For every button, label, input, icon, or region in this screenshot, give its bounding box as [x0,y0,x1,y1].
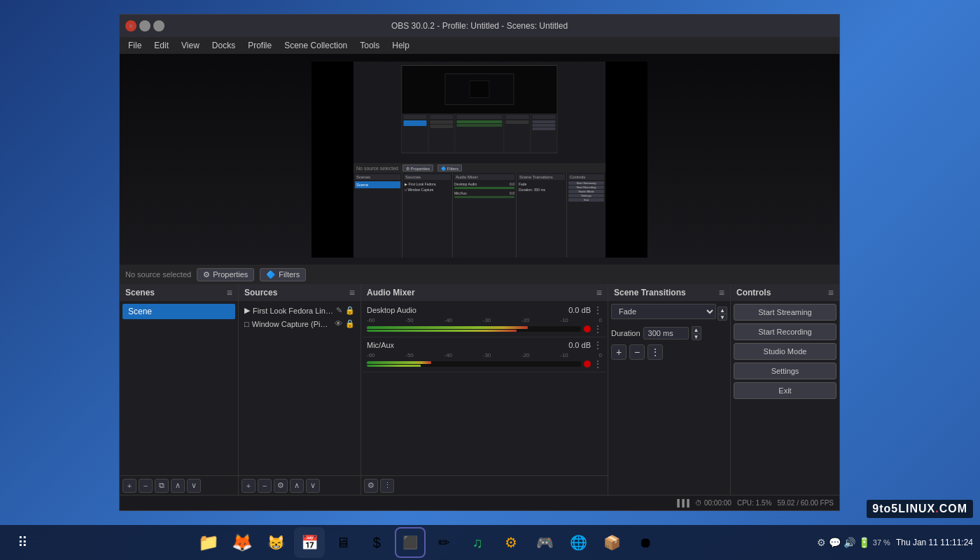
menu-edit[interactable]: Edit [148,39,174,52]
remove-source-button[interactable]: − [258,479,272,493]
transition-settings-button[interactable]: ⋮ [648,344,663,360]
window-controls: × □ — [125,20,164,31]
start-streaming-button[interactable]: Start Streaming [734,304,836,321]
mic-aux-label: Mic/Aux [367,341,394,349]
transition-spin-up[interactable]: ▲ [718,307,727,314]
transition-type-select[interactable]: Fade Cut Swipe Slide [611,304,716,319]
duration-spinbox: ▲ ▼ [692,326,701,340]
studio-mode-button[interactable]: Studio Mode [734,343,836,360]
taskbar-sys-icons: ⚙ 💬 🔊 🔋 37 % [817,537,890,548]
duration-spin-up[interactable]: ▲ [692,326,701,333]
taskbar-editor[interactable]: ✏ [428,527,459,558]
taskbar-steam[interactable]: 🎮 [529,527,560,558]
desktop-audio-mute-button[interactable] [584,326,591,332]
lock-icon[interactable]: 🔒 [345,306,355,315]
audio-mixer-panel: Audio Mixer ≡ Desktop Audio 0.0 dB ⋮ -60… [361,284,608,495]
lock-icon-2[interactable]: 🔒 [345,319,355,328]
menu-tools[interactable]: Tools [354,39,385,52]
desktop-meter-bar [367,326,528,329]
menu-file[interactable]: File [122,39,147,52]
mic-aux-level: 0.0 dB [568,341,591,349]
scenes-panel-title: Scenes [125,288,155,298]
mixer-panel-menu-icon[interactable]: ≡ [596,287,602,298]
sources-panel-title: Sources [244,288,277,298]
menu-profile[interactable]: Profile [242,39,277,52]
desktop-audio-settings-icon[interactable]: ⋮ [594,324,602,334]
exit-button[interactable]: Exit [734,382,836,399]
edit-icon[interactable]: ✎ [336,306,342,315]
move-scene-down-button[interactable]: ∨ [187,479,201,493]
mic-aux-mute-button[interactable] [584,360,591,368]
taskbar-vm[interactable]: ⬛ [395,527,426,558]
move-scene-up-button[interactable]: ∧ [171,479,185,493]
taskbar-right: ⚙ 💬 🔊 🔋 37 % Thu Jan 11 11:11:24 [817,537,973,548]
taskbar-screenshot[interactable]: 🖥 [328,527,358,558]
taskbar-firefox[interactable]: 🦊 [227,527,258,558]
add-source-button[interactable]: + [241,479,255,493]
desktop-audio-more[interactable]: ⋮ [594,305,602,315]
remove-transition-button[interactable]: − [629,344,645,360]
audio-bars-icon: ▐▐▐ [675,499,690,507]
properties-button[interactable]: ⚙ Properties [197,268,254,281]
controls-panel-menu-icon[interactable]: ≡ [828,287,834,298]
mixer-settings-button[interactable]: ⚙ [364,479,378,493]
settings-button[interactable]: Settings [734,363,836,379]
add-transition-button[interactable]: + [611,344,626,360]
duration-input[interactable] [643,327,689,340]
fps-value: 59.02 / 60.00 FPS [777,499,834,507]
taskbar-gear[interactable]: ⚙ [496,527,526,558]
sources-panel: Sources ≡ ▶ First Look Fedora Lin… ✎ 🔒 □… [239,284,361,495]
sources-panel-menu-icon[interactable]: ≡ [349,287,355,298]
taskbar-obs[interactable]: ⏺ [630,527,661,558]
taskbar-terminal[interactable]: $ [361,527,392,558]
taskbar-package[interactable]: 📦 [596,527,627,558]
source-settings-button[interactable]: ⚙ [274,479,288,493]
mic-meter-bar [367,361,431,364]
menu-docks[interactable]: Docks [206,39,241,52]
mic-aux-meter [367,361,581,367]
minimize-button[interactable]: — [153,20,164,31]
source-controls-media: ✎ 🔒 [336,306,355,315]
sources-panel-content: ▶ First Look Fedora Lin… ✎ 🔒 □ Window Ca… [239,301,360,475]
controls-panel-header: Controls ≡ [731,284,839,301]
preview-canvas: No source selected ⚙ Properties 🔷 Filter… [120,54,839,265]
fps-status: 59.02 / 60.00 FPS [777,499,834,507]
window-source-icon: □ [244,320,249,328]
move-source-down-button[interactable]: ∨ [306,479,320,493]
transitions-panel-title: Scene Transitions [614,288,686,298]
eye-icon[interactable]: 👁 [335,319,342,328]
menu-scene-collection[interactable]: Scene Collection [279,39,353,52]
remove-scene-button[interactable]: − [139,479,153,493]
taskbar-spotify[interactable]: ♫ [462,527,493,558]
scene-item[interactable]: Scene [122,304,235,319]
mixer-more-button[interactable]: ⋮ [380,479,394,493]
maximize-button[interactable]: □ [139,20,150,31]
taskbar-files[interactable]: 📁 [193,527,224,558]
taskbar-faces[interactable]: 😸 [260,527,291,558]
duration-spin-down[interactable]: ▼ [692,333,701,340]
start-recording-button[interactable]: Start Recording [734,323,836,340]
menu-view[interactable]: View [176,39,205,52]
panels-row: Scenes ≡ Scene + − ⧉ ∧ ∨ Sources ≡ ▶ [120,284,839,495]
source-item-media[interactable]: ▶ First Look Fedora Lin… ✎ 🔒 [241,304,358,317]
transitions-panel-menu-icon[interactable]: ≡ [719,287,724,298]
mic-aux-more[interactable]: ⋮ [594,340,602,350]
desktop-audio-label: Desktop Audio [367,306,416,314]
window-title: OBS 30.0.2 - Profile: Untitled - Scenes:… [391,21,568,31]
source-name-window: Window Capture (Pip… [252,320,332,328]
transition-spin-down[interactable]: ▼ [718,314,727,321]
add-scene-button[interactable]: + [122,479,136,493]
close-button[interactable]: × [125,20,136,31]
taskbar-calendar[interactable]: 📅 [294,527,325,558]
app-drawer-button[interactable]: ⠿ [7,527,38,558]
source-name-media: First Look Fedora Lin… [253,307,333,315]
mic-aux-settings-icon[interactable]: ⋮ [594,359,602,369]
move-source-up-button[interactable]: ∧ [290,479,304,493]
menu-help[interactable]: Help [386,39,415,52]
filters-button[interactable]: 🔷 Filters [260,268,306,281]
duplicate-scene-button[interactable]: ⧉ [155,479,169,493]
taskbar-browser[interactable]: 🌐 [563,527,594,558]
scenes-panel-menu-icon[interactable]: ≡ [227,287,232,298]
controls-panel: Controls ≡ Start Streaming Start Recordi… [731,284,839,495]
source-item-window[interactable]: □ Window Capture (Pip… 👁 🔒 [241,317,358,330]
